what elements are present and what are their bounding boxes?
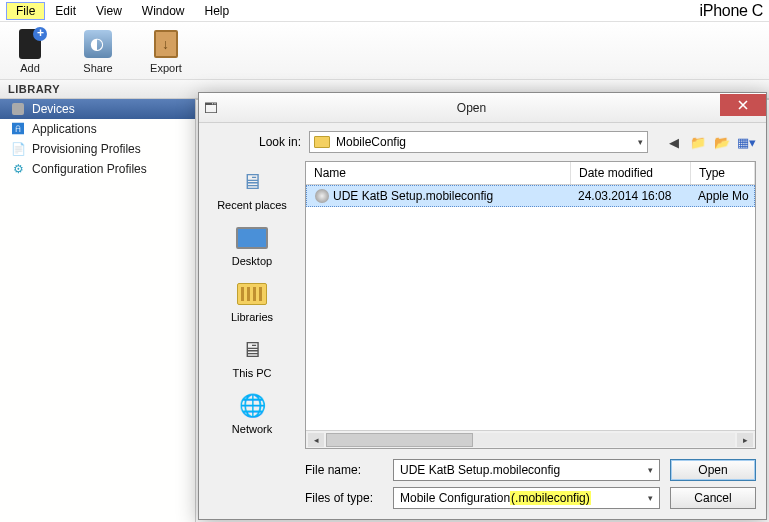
sidebar-item-label: Applications xyxy=(32,122,97,136)
file-type: Apple Mo xyxy=(690,186,754,206)
file-name: UDE KatB Setup.mobileconfig xyxy=(333,189,493,203)
file-date: 24.03.2014 16:08 xyxy=(570,186,690,206)
libraries-icon xyxy=(234,279,270,309)
close-button[interactable] xyxy=(720,94,766,116)
view-icon: ▦▾ xyxy=(737,135,756,150)
dialog-icon: 🗔 xyxy=(199,100,223,116)
share-button[interactable]: Share xyxy=(82,28,114,75)
filetype-prefix: Mobile Configuration xyxy=(400,491,510,505)
scroll-right-icon[interactable]: ▸ xyxy=(737,433,753,447)
dialog-title: Open xyxy=(223,101,720,115)
share-icon xyxy=(84,30,112,58)
file-row[interactable]: UDE KatB Setup.mobileconfig 24.03.2014 1… xyxy=(306,185,755,207)
devices-icon xyxy=(10,102,26,116)
sidebar-item-configuration[interactable]: ⚙ Configuration Profiles xyxy=(0,159,195,179)
nav-up-button[interactable]: 📁 xyxy=(688,132,708,152)
menu-view[interactable]: View xyxy=(86,2,132,20)
menu-bar: File Edit View Window Help iPhone C xyxy=(0,0,769,22)
gear-icon: ⚙ xyxy=(10,162,26,176)
horizontal-scrollbar[interactable]: ◂ ▸ xyxy=(306,430,755,448)
recent-icon: 🖥 xyxy=(234,167,270,197)
place-network[interactable]: 🌐 Network xyxy=(232,391,272,435)
pc-icon: 🖥 xyxy=(234,335,270,365)
scroll-thumb[interactable] xyxy=(326,433,473,447)
cancel-button[interactable]: Cancel xyxy=(670,487,756,509)
chevron-down-icon: ▾ xyxy=(648,493,653,503)
add-label: Add xyxy=(20,62,40,74)
open-button[interactable]: Open xyxy=(670,459,756,481)
file-list: Name Date modified Type UDE KatB Setup.m… xyxy=(305,161,756,449)
open-dialog: 🗔 Open Look in: MobileConfig ▾ ◀ 📁 📂 ▦▾ xyxy=(198,92,767,520)
place-libraries[interactable]: Libraries xyxy=(231,279,273,323)
lookin-value: MobileConfig xyxy=(336,135,406,149)
list-header: Name Date modified Type xyxy=(306,162,755,185)
col-type[interactable]: Type xyxy=(691,162,755,184)
sidebar-item-devices[interactable]: Devices xyxy=(0,99,195,119)
col-name[interactable]: Name xyxy=(306,162,571,184)
place-recent[interactable]: 🖥 Recent places xyxy=(217,167,287,211)
sidebar-item-label: Configuration Profiles xyxy=(32,162,147,176)
sidebar: Devices 🅰 Applications 📄 Provisioning Pr… xyxy=(0,99,196,522)
desktop-icon xyxy=(234,223,270,253)
file-icon xyxy=(315,189,329,203)
folder-icon xyxy=(314,136,330,148)
chevron-down-icon: ▾ xyxy=(648,465,653,475)
dialog-titlebar: 🗔 Open xyxy=(199,93,766,123)
place-desktop[interactable]: Desktop xyxy=(232,223,272,267)
filename-input[interactable]: UDE KatB Setup.mobileconfig ▾ xyxy=(393,459,660,481)
new-folder-icon: 📂 xyxy=(714,135,730,150)
sidebar-item-label: Devices xyxy=(32,102,75,116)
share-label: Share xyxy=(83,62,112,74)
place-label: This PC xyxy=(232,367,271,379)
menu-window[interactable]: Window xyxy=(132,2,195,20)
lookin-label: Look in: xyxy=(209,135,301,149)
place-label: Libraries xyxy=(231,311,273,323)
provisioning-icon: 📄 xyxy=(10,142,26,156)
menu-file[interactable]: File xyxy=(6,2,45,20)
filename-value: UDE KatB Setup.mobileconfig xyxy=(400,463,560,477)
export-label: Export xyxy=(150,62,182,74)
scroll-left-icon[interactable]: ◂ xyxy=(308,433,324,447)
sidebar-item-provisioning[interactable]: 📄 Provisioning Profiles xyxy=(0,139,195,159)
menu-help[interactable]: Help xyxy=(195,2,240,20)
phone-add-icon xyxy=(19,29,41,59)
app-name: iPhone C xyxy=(700,2,769,20)
network-icon: 🌐 xyxy=(234,391,270,421)
places-bar: 🖥 Recent places Desktop Libraries 🖥 This… xyxy=(209,161,295,449)
sidebar-item-label: Provisioning Profiles xyxy=(32,142,141,156)
filetype-label: Files of type: xyxy=(305,491,383,505)
folder-up-icon: 📁 xyxy=(690,135,706,150)
nav-view-button[interactable]: ▦▾ xyxy=(736,132,756,152)
close-icon xyxy=(738,100,748,110)
sidebar-item-applications[interactable]: 🅰 Applications xyxy=(0,119,195,139)
menu-edit[interactable]: Edit xyxy=(45,2,86,20)
filetype-ext: (.mobileconfig) xyxy=(510,491,591,505)
nav-newfolder-button[interactable]: 📂 xyxy=(712,132,732,152)
toolbar: Add Share Export xyxy=(0,22,769,80)
place-label: Recent places xyxy=(217,199,287,211)
place-thispc[interactable]: 🖥 This PC xyxy=(232,335,271,379)
export-icon xyxy=(154,30,178,58)
filetype-combo[interactable]: Mobile Configuration (.mobileconfig) ▾ xyxy=(393,487,660,509)
place-label: Network xyxy=(232,423,272,435)
lookin-combo[interactable]: MobileConfig ▾ xyxy=(309,131,648,153)
export-button[interactable]: Export xyxy=(150,28,182,75)
col-date[interactable]: Date modified xyxy=(571,162,691,184)
add-button[interactable]: Add xyxy=(14,28,46,75)
nav-back-button[interactable]: ◀ xyxy=(664,132,684,152)
back-icon: ◀ xyxy=(669,135,679,150)
applications-icon: 🅰 xyxy=(10,122,26,136)
place-label: Desktop xyxy=(232,255,272,267)
filename-label: File name: xyxy=(305,463,383,477)
scroll-track[interactable] xyxy=(326,433,735,447)
chevron-down-icon: ▾ xyxy=(638,137,643,147)
